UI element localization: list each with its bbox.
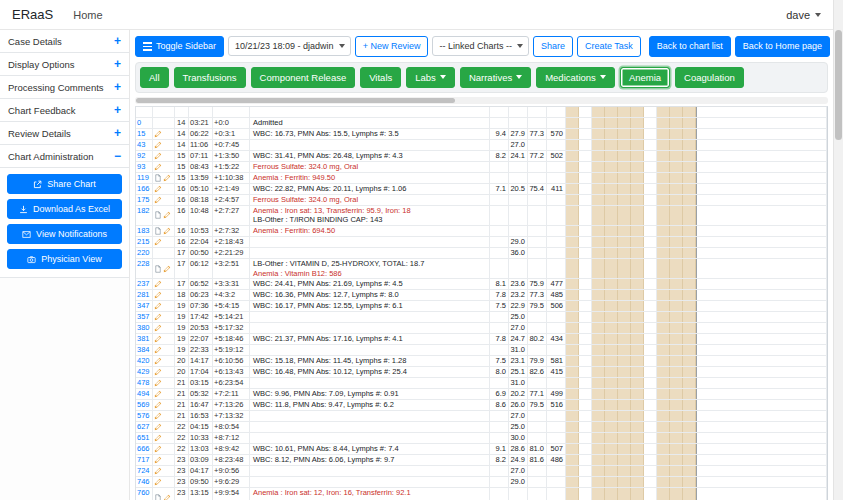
sidebar-section-processing-comments[interactable]: Processing Comments+	[0, 76, 129, 99]
event-id-link[interactable]: 215	[137, 237, 150, 246]
pencil-icon[interactable]	[154, 313, 162, 321]
document-icon[interactable]	[154, 174, 162, 182]
vertical-scrollbar[interactable]	[833, 0, 843, 500]
pencil-icon[interactable]	[154, 357, 162, 365]
filter-anemia-button[interactable]: Anemia	[620, 67, 670, 88]
document-icon[interactable]	[154, 265, 162, 273]
filter-transfusions-button[interactable]: Transfusions	[174, 67, 246, 88]
pencil-icon[interactable]	[154, 456, 162, 464]
event-id-link[interactable]: 357	[137, 312, 150, 321]
pencil-icon[interactable]	[154, 130, 162, 138]
toggle-sidebar-button[interactable]: Toggle Sidebar	[135, 36, 224, 57]
event-id-link[interactable]: 381	[137, 334, 150, 343]
event-id-link[interactable]: 0	[137, 118, 141, 127]
event-id-link[interactable]: 760	[137, 488, 150, 497]
pencil-icon[interactable]	[154, 291, 162, 299]
pencil-icon[interactable]	[154, 185, 162, 193]
event-id-link[interactable]: 183	[137, 226, 150, 235]
pencil-icon[interactable]	[163, 265, 171, 273]
pencil-icon[interactable]	[154, 302, 162, 310]
event-id-link[interactable]: 15	[137, 129, 145, 138]
nav-home-link[interactable]: Home	[73, 9, 102, 21]
sidebar-section-display-options[interactable]: Display Options+	[0, 53, 129, 76]
event-id-link[interactable]: 746	[137, 477, 150, 486]
back-to-chart-list-button[interactable]: Back to chart list	[649, 36, 731, 57]
pencil-icon[interactable]	[154, 196, 162, 204]
horizontal-scrollbar-thumb[interactable]	[136, 98, 455, 103]
pencil-icon[interactable]	[154, 141, 162, 149]
filter-labs-button[interactable]: Labs	[406, 67, 455, 88]
back-to-home-button[interactable]: Back to Home page	[735, 36, 830, 57]
filter-vitals-button[interactable]: Vitals	[360, 67, 401, 88]
sidebar-section-review-details[interactable]: Review Details+	[0, 122, 129, 145]
sidebar-section-chart-administration[interactable]: Chart Administration−	[0, 145, 129, 168]
pencil-icon[interactable]	[154, 346, 162, 354]
event-id-link[interactable]: 384	[137, 345, 150, 354]
event-id-link[interactable]: 420	[137, 356, 150, 365]
event-id-link[interactable]: 717	[137, 455, 150, 464]
event-id-link[interactable]: 724	[137, 466, 150, 475]
document-icon[interactable]	[154, 227, 162, 235]
event-id-link[interactable]: 228	[137, 259, 150, 268]
event-id-link[interactable]: 651	[137, 433, 150, 442]
pencil-icon[interactable]	[154, 478, 162, 486]
pencil-icon[interactable]	[154, 412, 162, 420]
pencil-icon[interactable]	[163, 494, 171, 500]
pencil-icon[interactable]	[163, 174, 171, 182]
physician-view-button[interactable]: Physician View	[7, 249, 122, 269]
pencil-icon[interactable]	[154, 467, 162, 475]
horizontal-scrollbar[interactable]	[135, 97, 828, 104]
filter-coagulation-button[interactable]: Coagulation	[675, 67, 744, 88]
pencil-icon[interactable]	[154, 238, 162, 246]
document-icon[interactable]	[154, 211, 162, 219]
pencil-icon[interactable]	[154, 163, 162, 171]
app-brand[interactable]: ERaaS	[12, 7, 53, 22]
download-as-excel-button[interactable]: Download As Excel	[7, 199, 122, 219]
pencil-icon[interactable]	[154, 335, 162, 343]
share-chart-button[interactable]: Share Chart	[7, 174, 122, 194]
pencil-icon[interactable]	[154, 445, 162, 453]
create-task-button[interactable]: Create Task	[577, 36, 641, 57]
event-id-link[interactable]: 182	[137, 206, 150, 215]
pencil-icon[interactable]	[163, 227, 171, 235]
event-id-link[interactable]: 347	[137, 301, 150, 310]
event-id-link[interactable]: 92	[137, 151, 145, 160]
pencil-icon[interactable]	[154, 434, 162, 442]
document-icon[interactable]	[154, 494, 162, 500]
sidebar-section-chart-feedback[interactable]: Chart Feedback+	[0, 99, 129, 122]
pencil-icon[interactable]	[154, 152, 162, 160]
event-id-link[interactable]: 175	[137, 195, 150, 204]
view-notifications-button[interactable]: View Notifications	[7, 224, 122, 244]
event-id-link[interactable]: 429	[137, 367, 150, 376]
event-id-link[interactable]: 220	[137, 248, 150, 257]
event-id-link[interactable]: 119	[137, 173, 149, 182]
event-id-link[interactable]: 166	[137, 184, 150, 193]
event-id-link[interactable]: 576	[137, 411, 150, 420]
share-button[interactable]: Share	[533, 36, 573, 57]
pencil-icon[interactable]	[154, 368, 162, 376]
event-id-link[interactable]: 281	[137, 290, 150, 299]
filter-narratives-button[interactable]: Narratives	[460, 67, 531, 88]
pencil-icon[interactable]	[154, 324, 162, 332]
event-id-link[interactable]: 569	[137, 400, 150, 409]
pencil-icon[interactable]	[154, 401, 162, 409]
filter-component-release-button[interactable]: Component Release	[251, 67, 356, 88]
linked-charts-select[interactable]: -- Linked Charts --	[432, 36, 529, 56]
pencil-icon[interactable]	[154, 423, 162, 431]
pencil-icon[interactable]	[154, 390, 162, 398]
event-id-link[interactable]: 494	[137, 389, 150, 398]
event-id-link[interactable]: 478	[137, 378, 150, 387]
event-id-link[interactable]: 237	[137, 279, 150, 288]
filter-medications-button[interactable]: Medications	[536, 67, 615, 88]
pencil-icon[interactable]	[163, 211, 171, 219]
filter-all-button[interactable]: All	[140, 67, 169, 88]
sidebar-section-case-details[interactable]: Case Details+	[0, 30, 129, 53]
vertical-scrollbar-thumb[interactable]	[835, 30, 842, 140]
user-menu[interactable]: dave	[786, 9, 821, 21]
pencil-icon[interactable]	[154, 280, 162, 288]
event-id-link[interactable]: 380	[137, 323, 150, 332]
event-id-link[interactable]: 627	[137, 422, 150, 431]
new-review-button[interactable]: + New Review	[355, 36, 429, 57]
event-id-link[interactable]: 93	[137, 162, 145, 171]
event-id-link[interactable]: 666	[137, 444, 150, 453]
